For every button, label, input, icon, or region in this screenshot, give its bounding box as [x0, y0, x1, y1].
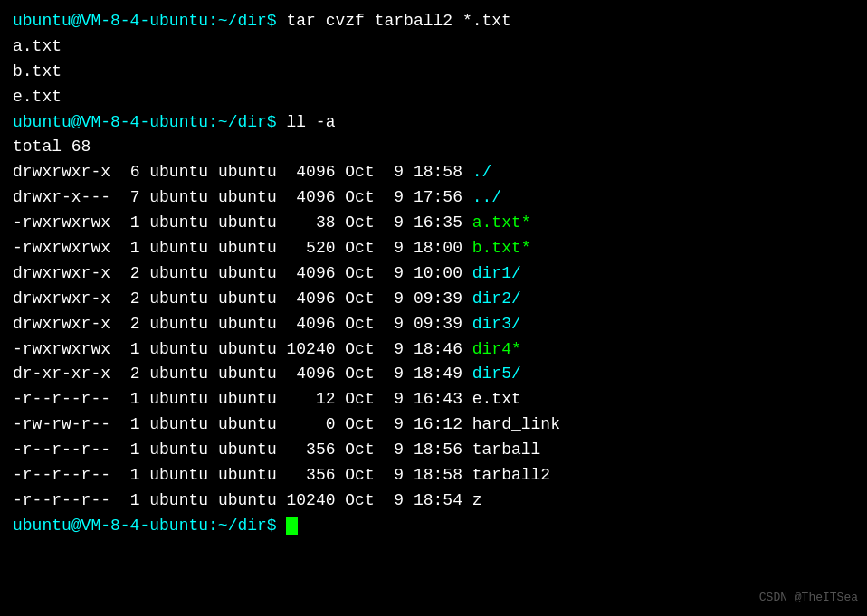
- ls-row: -r--r--r-- 1 ubuntu ubuntu 356 Oct 9 18:…: [13, 438, 854, 463]
- ls-row: drwxrwxr-x 2 ubuntu ubuntu 4096 Oct 9 10…: [13, 261, 854, 287]
- prompt-line: ubuntu@VM-8-4-ubuntu:~/dir$ ll -a: [13, 110, 854, 136]
- ls-row: drwxrwxr-x 6 ubuntu ubuntu 4096 Oct 9 18…: [13, 160, 854, 185]
- ls-row: drwxr-x--- 7 ubuntu ubuntu 4096 Oct 9 17…: [13, 185, 854, 211]
- terminal: ubuntu@VM-8-4-ubuntu:~/dir$ tar cvzf tar…: [13, 9, 854, 539]
- ls-row: -rwxrwxrwx 1 ubuntu ubuntu 10240 Oct 9 1…: [13, 337, 854, 363]
- ls-row: -rw-rw-r-- 1 ubuntu ubuntu 0 Oct 9 16:12…: [13, 412, 854, 438]
- watermark: CSDN @TheITSea: [759, 589, 858, 607]
- output-line: b.txt: [13, 60, 854, 85]
- cursor: [286, 517, 298, 535]
- ls-row: drwxrwxr-x 2 ubuntu ubuntu 4096 Oct 9 09…: [13, 312, 854, 337]
- ls-row: -r--r--r-- 1 ubuntu ubuntu 10240 Oct 9 1…: [13, 488, 854, 514]
- ls-row: dr-xr-xr-x 2 ubuntu ubuntu 4096 Oct 9 18…: [13, 362, 854, 387]
- output-line: e.txt: [13, 85, 854, 110]
- ls-row: drwxrwxr-x 2 ubuntu ubuntu 4096 Oct 9 09…: [13, 287, 854, 312]
- final-prompt-line: ubuntu@VM-8-4-ubuntu:~/dir$: [13, 514, 854, 539]
- ls-row: -r--r--r-- 1 ubuntu ubuntu 356 Oct 9 18:…: [13, 463, 854, 488]
- ls-row: -rwxrwxrwx 1 ubuntu ubuntu 520 Oct 9 18:…: [13, 236, 854, 261]
- ls-row: -rwxrwxrwx 1 ubuntu ubuntu 38 Oct 9 16:3…: [13, 211, 854, 236]
- ls-row: -r--r--r-- 1 ubuntu ubuntu 12 Oct 9 16:4…: [13, 387, 854, 412]
- output-line: total 68: [13, 135, 854, 160]
- prompt-line: ubuntu@VM-8-4-ubuntu:~/dir$ tar cvzf tar…: [13, 9, 854, 34]
- output-line: a.txt: [13, 34, 854, 60]
